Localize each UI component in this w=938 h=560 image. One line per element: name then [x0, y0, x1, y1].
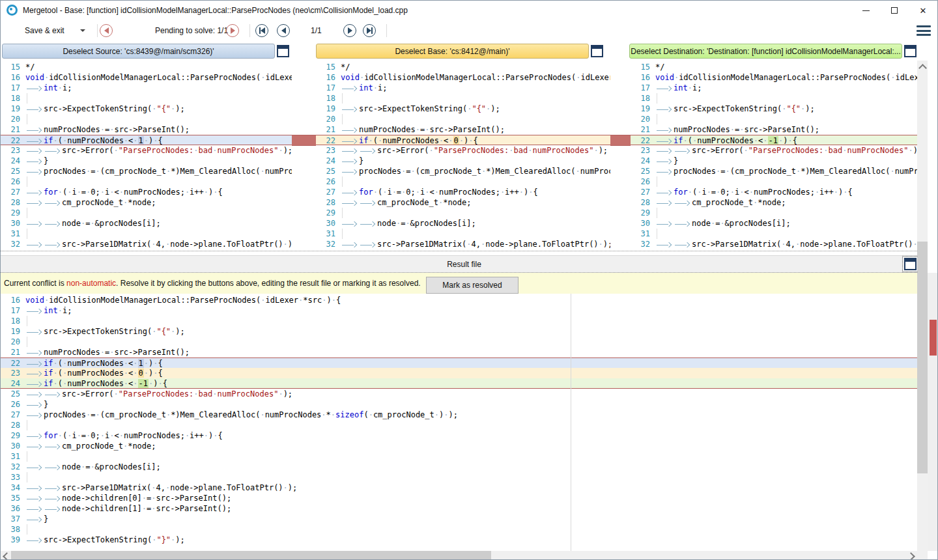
line-number: 30	[631, 218, 655, 229]
base-pane-maximize-icon[interactable]	[591, 45, 603, 57]
line-number: 33	[1, 472, 25, 483]
deselect-base-button[interactable]: Deselect Base: 'cs:8412@/main)'	[316, 44, 589, 59]
menu-button[interactable]	[917, 25, 931, 36]
mark-as-resolved-button[interactable]: Mark as resolved	[426, 277, 519, 294]
code-line: 32src->Parse1DMatrix(·4,·node->plane.ToF…	[316, 239, 610, 249]
app-icon	[7, 5, 18, 16]
close-button[interactable]: ✕	[909, 1, 937, 20]
code-line: 26	[631, 176, 917, 187]
line-number: 36	[1, 503, 25, 514]
line-number: 22	[316, 135, 341, 145]
line-number: 23	[631, 145, 655, 156]
line-number: 26	[1, 399, 25, 410]
code-line: 15*/	[631, 62, 917, 72]
code-line: 16void·idCollisionModelManagerLocal::Par…	[1, 72, 292, 83]
destination-code-pane[interactable]: 15*/16void·idCollisionModelManagerLocal:…	[631, 61, 917, 251]
last-bar-icon	[371, 27, 373, 34]
line-number: 31	[1, 229, 25, 239]
code-line: 38	[1, 524, 917, 535]
result-pane-maximize-icon[interactable]	[904, 258, 917, 270]
code-line: 17int·i;	[631, 83, 917, 93]
minimize-icon	[862, 10, 870, 11]
code-line: 23src->Error(·"ParseProcNodes:·bad·numPr…	[316, 145, 610, 156]
line-number: 35	[1, 493, 25, 503]
separator-dotted	[1, 251, 917, 251]
code-line: 20	[631, 114, 917, 124]
code-line: 28	[1, 420, 917, 430]
line-number: 19	[631, 104, 655, 114]
code-line: 17int·i;	[316, 83, 610, 93]
code-line: 23src->Error(·"ParseProcNodes:·bad·numPr…	[1, 145, 292, 156]
line-number: 24	[1, 378, 25, 389]
code-line: 27procNodes·=·(cm_procNode_t·*)Mem_Clear…	[1, 410, 917, 420]
minimize-button[interactable]	[851, 1, 880, 20]
last-change-button[interactable]	[363, 24, 376, 37]
horizontal-scrollbar-thumb[interactable]	[11, 551, 491, 560]
line-number: 28	[1, 197, 25, 208]
change-counter: 1/1	[311, 20, 322, 41]
line-number: 21	[631, 124, 655, 135]
next-change-button[interactable]	[343, 24, 356, 37]
conflict-type-label: non-automatic	[66, 279, 116, 288]
code-line: 31	[1, 451, 917, 462]
code-line: 31	[631, 229, 917, 239]
line-number: 24	[631, 156, 655, 166]
line-number: 17	[1, 83, 25, 93]
line-number: 34	[1, 483, 25, 493]
source-pane-maximize-icon[interactable]	[277, 45, 289, 57]
line-number: 30	[1, 441, 25, 451]
code-line: 27for·(·i·=·0;·i·<·numProcNodes;·i++·)·{	[631, 187, 917, 197]
scroll-up-icon[interactable]	[918, 64, 927, 72]
pending-to-solve-label: Pending to solve: 1/1	[155, 20, 228, 41]
save-exit-dropdown-caret[interactable]	[80, 20, 85, 41]
scroll-right-icon[interactable]	[907, 552, 915, 560]
line-number: 25	[316, 166, 341, 176]
line-number: 27	[1, 187, 25, 197]
line-number: 27	[631, 187, 655, 197]
line-number: 31	[631, 229, 655, 239]
line-number: 21	[316, 124, 341, 135]
vertical-scrollbar-thumb[interactable]	[917, 242, 928, 473]
code-line: 35node->children[0]·=·src->ParseInt();	[1, 493, 917, 503]
destination-pane-maximize-icon[interactable]	[904, 45, 917, 57]
prev-change-button[interactable]	[277, 24, 290, 37]
hamburger-icon	[917, 34, 931, 36]
code-line: 24}	[1, 156, 292, 166]
maximize-button[interactable]	[880, 1, 909, 20]
toolbar-separator	[97, 24, 98, 37]
save-exit-button[interactable]: Save & exit	[25, 20, 64, 41]
code-line: 22if·(·numProcNodes·<·1·)·{	[1, 357, 917, 368]
code-line: 19src->ExpectTokenString(·"{"·);	[1, 104, 292, 114]
result-file-label: Result file	[447, 260, 481, 269]
line-number: 29	[1, 430, 25, 441]
deselect-source-button[interactable]: Deselect Source: 'cs:8439@/main/scm326)'	[2, 44, 275, 59]
line-number: 16	[316, 72, 341, 83]
prev-pending-conflict-button[interactable]	[100, 24, 113, 37]
line-number: 32	[1, 239, 25, 249]
line-number: 28	[631, 197, 655, 208]
source-code-pane[interactable]: 15*/16void·idCollisionModelManagerLocal:…	[1, 61, 292, 251]
line-number: 22	[1, 135, 25, 145]
code-line: 24}	[316, 156, 610, 166]
code-line: 21numProcNodes·=·src->ParseInt();	[316, 124, 610, 135]
next-pending-conflict-button[interactable]	[226, 24, 239, 37]
code-line: 25procNodes·=·(cm_procNode_t·*)Mem_Clear…	[316, 166, 610, 176]
line-number: 17	[316, 83, 341, 93]
right-arrow-icon	[367, 27, 371, 34]
scrollbar-corner	[917, 551, 928, 560]
line-number: 30	[1, 218, 25, 229]
scroll-left-icon[interactable]	[3, 552, 11, 560]
code-line: 34src->Parse1DMatrix(·4,·node->plane.ToF…	[1, 483, 917, 493]
code-line: 28cm_procNode_t·*node;	[1, 197, 292, 208]
line-number: 20	[631, 114, 655, 124]
right-arrow-icon	[231, 27, 235, 34]
code-line: 16void·idCollisionModelManagerLocal::Par…	[316, 72, 610, 83]
horizontal-scrollbar[interactable]	[1, 551, 917, 560]
deselect-destination-button[interactable]: Deselect Destination: 'Destination: [fun…	[629, 44, 902, 59]
first-change-button[interactable]	[255, 24, 268, 37]
vertical-scrollbar[interactable]	[917, 61, 928, 560]
result-file-editor[interactable]: 16void·idCollisionModelManagerLocal::Par…	[1, 294, 917, 551]
line-number: 19	[1, 104, 25, 114]
overview-ruler-track	[928, 273, 938, 551]
base-code-pane[interactable]: 15*/16void·idCollisionModelManagerLocal:…	[316, 61, 610, 251]
